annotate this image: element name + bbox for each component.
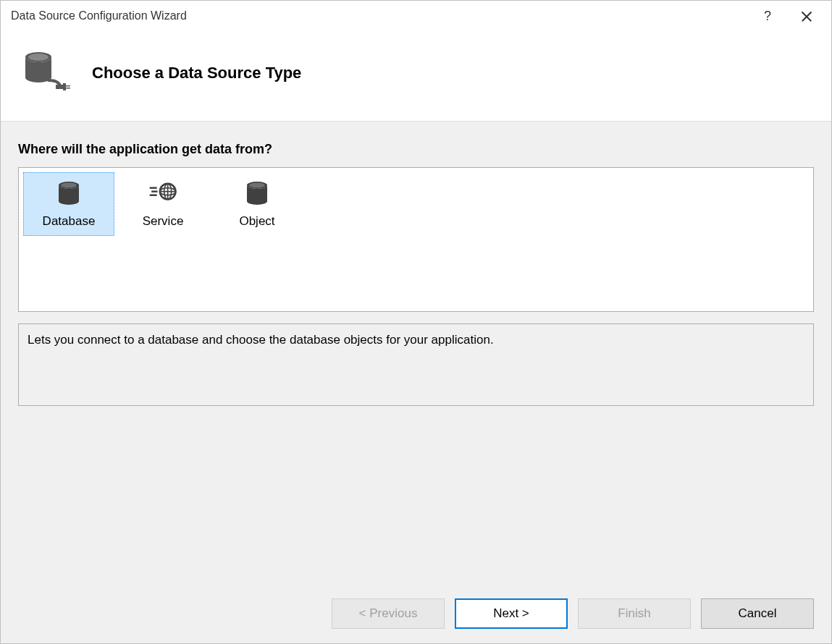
svg-rect-5 xyxy=(66,88,70,89)
next-button[interactable]: Next > xyxy=(455,598,568,629)
wizard-header: Choose a Data Source Type xyxy=(1,31,831,121)
sources-panel: Database Service xyxy=(18,167,814,312)
svg-point-17 xyxy=(249,183,265,188)
svg-rect-2 xyxy=(56,85,63,89)
previous-button: < Previous xyxy=(332,598,445,629)
svg-point-1 xyxy=(28,54,49,61)
svg-rect-4 xyxy=(66,85,70,87)
wizard-footer: < Previous Next > Finish Cancel xyxy=(1,587,831,643)
content-area: Where will the application get data from… xyxy=(1,121,831,587)
source-label: Database xyxy=(43,214,96,229)
cancel-button[interactable]: Cancel xyxy=(701,598,814,629)
prompt-label: Where will the application get data from… xyxy=(18,142,814,157)
page-title: Choose a Data Source Type xyxy=(92,64,301,82)
object-icon xyxy=(243,179,272,208)
source-label: Service xyxy=(143,214,184,229)
window-title: Data Source Configuration Wizard xyxy=(11,9,764,22)
close-button[interactable] xyxy=(800,9,813,22)
description-panel: Lets you connect to a database and choos… xyxy=(18,323,814,406)
help-button[interactable]: ? xyxy=(764,9,771,24)
source-label: Object xyxy=(239,214,274,229)
titlebar: Data Source Configuration Wizard ? xyxy=(1,1,831,31)
wizard-icon xyxy=(18,47,70,99)
titlebar-actions: ? xyxy=(764,9,824,24)
svg-point-7 xyxy=(61,183,77,188)
svg-rect-3 xyxy=(63,83,66,90)
source-option-object[interactable]: Object xyxy=(211,172,303,236)
database-icon xyxy=(54,179,83,208)
finish-button: Finish xyxy=(578,598,691,629)
source-option-database[interactable]: Database xyxy=(23,172,114,236)
service-icon xyxy=(148,179,177,208)
source-option-service[interactable]: Service xyxy=(117,172,209,236)
